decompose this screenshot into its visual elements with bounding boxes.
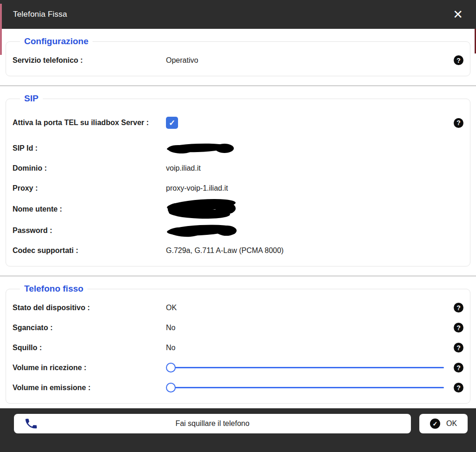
volume-emissione-label: Volume in emissione :	[13, 382, 166, 393]
proxy-label: Proxy :	[13, 183, 166, 193]
row-sip-id: SIP Id :	[13, 138, 463, 158]
volume-ricezione-slider[interactable]	[166, 363, 444, 372]
section-telefono-fisso-legend: Telefono fisso	[20, 284, 87, 294]
slider-handle[interactable]	[166, 383, 176, 392]
row-nome-utente: Nome utente :	[13, 198, 463, 220]
slider-track	[175, 387, 444, 388]
slider-track	[175, 367, 444, 368]
volume-ricezione-label: Volume in ricezione :	[13, 362, 166, 373]
section-sip: SIP Attiva la porta TEL su iliadbox Serv…	[6, 93, 470, 266]
section-divider	[0, 276, 476, 276]
help-icon[interactable]: ?	[454, 55, 463, 65]
dominio-label: Dominio :	[13, 163, 166, 173]
telefonia-fissa-dialog: Telefonia Fissa ✕ Configurazione Servizi…	[0, 0, 476, 452]
redacted-value	[166, 141, 451, 155]
redacted-value	[166, 198, 451, 220]
row-volume-ricezione: Volume in ricezione : ?	[13, 358, 463, 378]
section-configurazione-legend: Configurazione	[20, 36, 93, 47]
ok-button-label: OK	[446, 419, 457, 428]
row-codec: Codec supportati : G.729a, G.711 A-Law (…	[13, 240, 463, 260]
row-dominio: Dominio : voip.iliad.it	[13, 158, 463, 178]
tel-port-checkbox[interactable]: ✓	[166, 117, 178, 129]
sganciato-label: Sganciato :	[13, 322, 166, 333]
servizio-telefonico-value: Operativo	[166, 56, 451, 65]
ring-phone-button[interactable]: Fai squillare il telefono	[14, 414, 411, 433]
help-icon[interactable]: ?	[454, 118, 463, 128]
row-volume-emissione: Volume in emissione : ?	[13, 378, 463, 398]
row-stato-dispositivo: Stato del dispositivo : OK ?	[13, 298, 463, 318]
squillo-value: No	[166, 344, 451, 352]
stato-dispositivo-label: Stato del dispositivo :	[13, 302, 166, 313]
row-proxy: Proxy : proxy-voip-1.iliad.it	[13, 178, 463, 198]
dialog-content: Configurazione Servizio telefonico : Ope…	[0, 29, 476, 408]
row-attiva-porta-tel: Attiva la porta TEL su iliadbox Server :…	[13, 107, 463, 138]
sganciato-value: No	[166, 324, 451, 332]
close-icon[interactable]: ✕	[452, 7, 464, 22]
codec-label: Codec supportati :	[13, 245, 166, 256]
stato-dispositivo-value: OK	[166, 304, 451, 312]
dialog-footer: Fai squillare il telefono ✓ OK	[0, 408, 476, 452]
section-configurazione: Configurazione Servizio telefonico : Ope…	[6, 36, 470, 76]
section-telefono-fisso: Telefono fisso Stato del dispositivo : O…	[6, 284, 470, 404]
dominio-value: voip.iliad.it	[166, 164, 451, 173]
codec-value: G.729a, G.711 A-Law (PCMA 8000)	[166, 246, 451, 255]
ring-phone-button-label: Fai squillare il telefono	[175, 419, 249, 428]
phone-handset-icon	[24, 416, 39, 432]
help-icon[interactable]: ?	[454, 303, 463, 312]
help-icon[interactable]: ?	[454, 383, 463, 392]
row-squillo: Squillo : No ?	[13, 338, 463, 358]
help-icon[interactable]: ?	[454, 343, 463, 352]
help-icon[interactable]: ?	[454, 363, 463, 372]
help-icon[interactable]: ?	[454, 323, 463, 332]
dialog-title: Telefonia Fissa	[13, 10, 452, 19]
ok-button[interactable]: ✓ OK	[419, 414, 468, 433]
slider-handle[interactable]	[166, 363, 176, 372]
proxy-value: proxy-voip-1.iliad.it	[166, 184, 451, 193]
row-sganciato: Sganciato : No ?	[13, 318, 463, 338]
sip-id-label: SIP Id :	[13, 143, 166, 153]
dialog-titlebar: Telefonia Fissa ✕	[0, 0, 476, 29]
page-edge-artifact-left	[0, 4, 2, 55]
squillo-label: Squillo :	[13, 342, 166, 353]
nome-utente-label: Nome utente :	[13, 204, 166, 214]
password-label: Password :	[13, 225, 166, 236]
check-circle-icon: ✓	[430, 419, 440, 429]
volume-emissione-slider[interactable]	[166, 383, 444, 392]
redacted-value	[166, 223, 451, 239]
attiva-porta-tel-label: Attiva la porta TEL su iliadbox Server :	[13, 117, 166, 128]
section-sip-legend: SIP	[20, 93, 43, 104]
servizio-telefonico-label: Servizio telefonico :	[13, 55, 166, 66]
row-servizio-telefonico: Servizio telefonico : Operativo ?	[13, 50, 463, 70]
section-divider	[0, 86, 476, 86]
row-password: Password :	[13, 220, 463, 240]
